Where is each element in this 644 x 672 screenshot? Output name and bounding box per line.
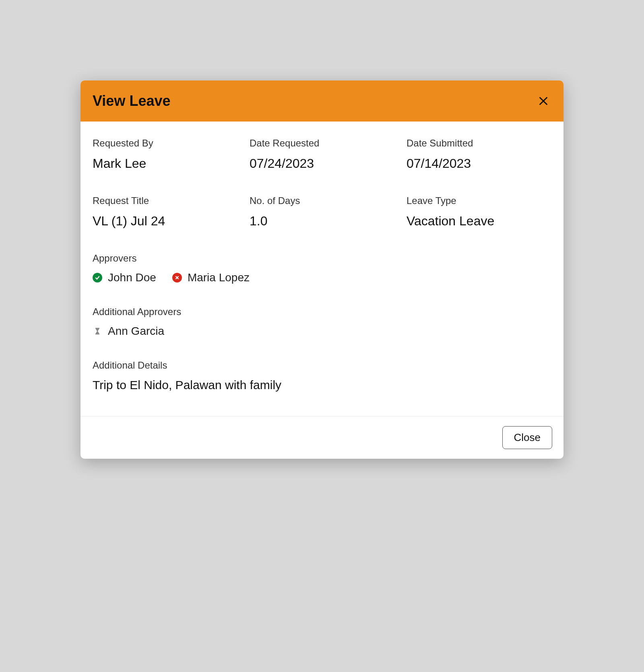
field-label: Leave Type xyxy=(407,195,551,206)
close-button[interactable]: Close xyxy=(502,426,552,449)
approvers-label: Approvers xyxy=(93,253,551,264)
approver-name: Maria Lopez xyxy=(188,271,250,284)
modal-title: View Leave xyxy=(93,93,170,109)
field-label: No. of Days xyxy=(250,195,394,206)
close-icon[interactable] xyxy=(535,93,551,109)
field-value: Vacation Leave xyxy=(407,214,551,229)
approver-name: Ann Garcia xyxy=(108,325,164,338)
approver-name: John Doe xyxy=(108,271,156,284)
additional-approvers-row: Ann Garcia xyxy=(93,325,551,338)
field-no-of-days: No. of Days 1.0 xyxy=(250,195,394,229)
field-value: 07/24/2023 xyxy=(250,156,394,171)
approvers-row: John Doe Maria Lopez xyxy=(93,271,551,284)
field-leave-type: Leave Type Vacation Leave xyxy=(407,195,551,229)
field-value: Mark Lee xyxy=(93,156,237,171)
additional-details-section: Additional Details Trip to El Nido, Pala… xyxy=(93,360,551,392)
field-label: Request Title xyxy=(93,195,237,206)
field-date-submitted: Date Submitted 07/14/2023 xyxy=(407,138,551,171)
additional-approvers-label: Additional Approvers xyxy=(93,306,551,317)
field-date-requested: Date Requested 07/24/2023 xyxy=(250,138,394,171)
hourglass-icon xyxy=(93,326,102,336)
field-value: 07/14/2023 xyxy=(407,156,551,171)
additional-details-value: Trip to El Nido, Palawan with family xyxy=(93,378,551,392)
modal-body: Requested By Mark Lee Date Requested 07/… xyxy=(80,122,564,416)
additional-details-label: Additional Details xyxy=(93,360,551,371)
additional-approvers-section: Additional Approvers Ann Garcia xyxy=(93,306,551,338)
approver-item: John Doe xyxy=(93,271,156,284)
fields-grid: Requested By Mark Lee Date Requested 07/… xyxy=(93,138,551,229)
check-circle-icon xyxy=(93,273,102,282)
field-request-title: Request Title VL (1) Jul 24 xyxy=(93,195,237,229)
field-label: Requested By xyxy=(93,138,237,149)
approver-item: Ann Garcia xyxy=(93,325,164,338)
modal-header: View Leave xyxy=(80,80,564,122)
field-label: Date Requested xyxy=(250,138,394,149)
field-label: Date Submitted xyxy=(407,138,551,149)
modal-footer: Close xyxy=(80,416,564,459)
field-value: 1.0 xyxy=(250,214,394,229)
view-leave-modal: View Leave Requested By Mark Lee Date Re… xyxy=(80,80,564,459)
field-requested-by: Requested By Mark Lee xyxy=(93,138,237,171)
approver-item: Maria Lopez xyxy=(172,271,250,284)
field-value: VL (1) Jul 24 xyxy=(93,214,237,229)
x-circle-icon xyxy=(172,273,182,282)
approvers-section: Approvers John Doe Maria Lopez xyxy=(93,253,551,284)
